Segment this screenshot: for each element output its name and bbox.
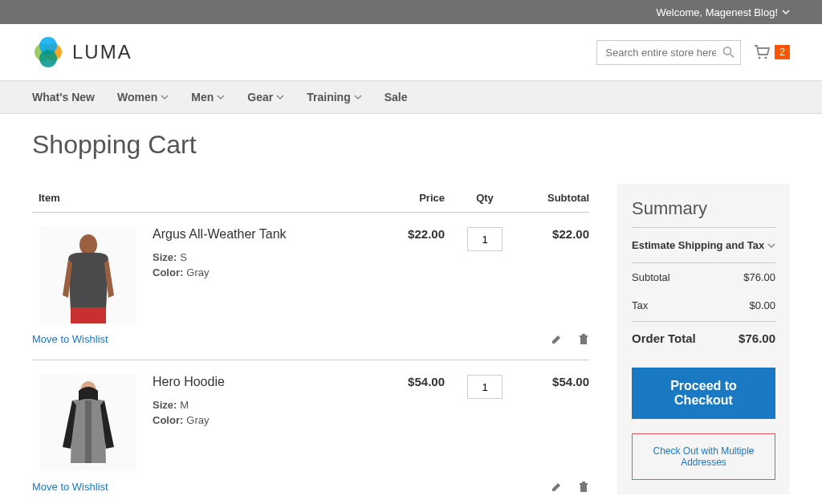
chevron-down-icon (767, 242, 775, 250)
action-icons (551, 334, 589, 345)
product-size: Size:M (153, 399, 364, 411)
svg-rect-17 (580, 485, 587, 492)
svg-rect-12 (580, 335, 588, 337)
cart-icon (753, 44, 771, 60)
chevron-down-icon (354, 93, 362, 101)
welcome-dropdown[interactable]: Welcome, Magenest Blog! (657, 6, 791, 18)
search-input[interactable] (596, 40, 741, 65)
checkout-button[interactable]: Proceed to Checkout (632, 368, 775, 419)
summary: Summary Estimate Shipping and Tax Subtot… (617, 184, 790, 494)
svg-point-9 (79, 234, 97, 255)
nav-sale[interactable]: Sale (385, 81, 408, 113)
search-box (596, 40, 741, 65)
summary-title: Summary (632, 198, 775, 228)
price-cell: $22.00 (364, 227, 445, 323)
qty-input[interactable] (467, 375, 503, 399)
col-subtotal: Subtotal (525, 192, 589, 204)
estimate-label: Estimate Shipping and Tax (632, 239, 764, 251)
mini-cart[interactable]: 2 (753, 44, 790, 60)
product-info: Argus All-Weather Tank Size:S Color:Gray (153, 227, 364, 323)
edit-icon[interactable] (551, 334, 562, 345)
product-color: Color:Gray (153, 414, 364, 426)
summary-total: Order Total $76.00 (632, 321, 775, 353)
price-cell: $54.00 (364, 375, 445, 471)
cart-row: Argus All-Weather Tank Size:S Color:Gray… (32, 213, 589, 323)
logo[interactable]: LUMA (32, 36, 132, 68)
svg-point-3 (39, 50, 57, 67)
subtotal-cell: $22.00 (525, 227, 589, 323)
logo-icon (32, 36, 64, 68)
subtotal-cell: $54.00 (525, 375, 589, 471)
search-icon[interactable] (722, 47, 735, 59)
welcome-text: Welcome, Magenest Blog! (657, 6, 779, 18)
col-item: Item (32, 192, 364, 204)
header: LUMA 2 (0, 24, 822, 80)
product-size: Size:S (153, 251, 364, 263)
cart-header: Item Price Qty Subtotal (32, 184, 589, 213)
header-right: 2 (596, 40, 790, 65)
product-info: Hero Hoodie Size:M Color:Gray (153, 375, 364, 471)
product-thumb[interactable] (40, 227, 136, 323)
product-thumb[interactable] (40, 375, 136, 471)
svg-rect-10 (71, 307, 106, 323)
page-title: Shopping Cart (0, 114, 822, 168)
top-bar: Welcome, Magenest Blog! (0, 0, 822, 24)
multi-address-link[interactable]: Check Out with Multiple Addresses (632, 433, 775, 480)
chevron-down-icon (161, 93, 169, 101)
qty-cell (445, 227, 525, 323)
svg-rect-16 (85, 400, 92, 463)
nav-women[interactable]: Women (117, 81, 169, 113)
summary-tax: Tax $0.00 (632, 291, 775, 319)
chevron-down-icon (782, 8, 790, 16)
svg-rect-18 (580, 483, 588, 485)
svg-point-6 (759, 57, 761, 59)
svg-rect-11 (580, 337, 587, 344)
estimate-shipping-toggle[interactable]: Estimate Shipping and Tax (632, 239, 775, 263)
logo-text: LUMA (72, 41, 132, 63)
product-name[interactable]: Hero Hoodie (153, 375, 364, 389)
svg-point-4 (724, 47, 731, 55)
cart-count-badge: 2 (775, 45, 790, 59)
main-container: Item Price Qty Subtotal Argus All-Weathe… (0, 168, 822, 504)
qty-input[interactable] (467, 227, 503, 251)
nav-whats-new[interactable]: What's New (32, 81, 95, 113)
wishlist-link[interactable]: Move to Wishlist (32, 481, 108, 493)
col-price: Price (364, 192, 445, 204)
summary-subtotal: Subtotal $76.00 (632, 263, 775, 291)
nav-list: What's New Women Men Gear Training Sale (32, 81, 790, 113)
cart-row-actions: Move to Wishlist (32, 323, 589, 360)
wishlist-link[interactable]: Move to Wishlist (32, 333, 108, 345)
product-name[interactable]: Argus All-Weather Tank (153, 227, 364, 242)
cart-row: Hero Hoodie Size:M Color:Gray $54.00 $54… (32, 360, 589, 471)
delete-icon[interactable] (578, 334, 589, 345)
delete-icon[interactable] (578, 482, 589, 493)
cart-table: Item Price Qty Subtotal Argus All-Weathe… (32, 184, 589, 504)
nav-men[interactable]: Men (191, 81, 225, 113)
svg-line-5 (730, 55, 734, 58)
cart-row-actions: Move to Wishlist (32, 471, 589, 504)
svg-rect-19 (582, 482, 585, 483)
col-qty: Qty (445, 192, 525, 204)
nav-gear[interactable]: Gear (247, 81, 284, 113)
edit-icon[interactable] (551, 482, 562, 493)
svg-point-7 (765, 57, 767, 59)
chevron-down-icon (217, 93, 225, 101)
qty-cell (445, 375, 525, 471)
action-icons (551, 482, 589, 493)
chevron-down-icon (276, 93, 284, 101)
nav-training[interactable]: Training (307, 81, 361, 113)
svg-rect-13 (582, 334, 585, 335)
nav-bar: What's New Women Men Gear Training Sale (0, 80, 822, 114)
product-color: Color:Gray (153, 266, 364, 278)
